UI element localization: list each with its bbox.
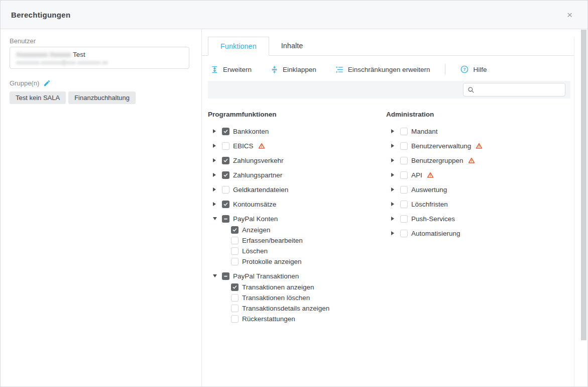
checkbox-indeterminate[interactable] xyxy=(222,272,229,280)
warning-triangle-icon xyxy=(476,143,483,149)
chevron-right-icon[interactable] xyxy=(213,187,218,191)
checkbox-unchecked[interactable] xyxy=(400,171,408,179)
checkbox-unchecked[interactable] xyxy=(231,294,239,302)
chevron-right-icon[interactable] xyxy=(391,158,396,162)
chevron-right-icon[interactable] xyxy=(213,129,218,133)
collapse-all-button[interactable]: Einklappen xyxy=(271,66,316,73)
expander-triangle xyxy=(391,231,394,235)
list-arrows-icon xyxy=(335,66,343,73)
tree-row: Protokolle anzeigen xyxy=(208,257,386,265)
checkbox-unchecked[interactable] xyxy=(231,247,239,255)
tree-item-label: API xyxy=(411,171,422,179)
tree-row: Geldkartendateien xyxy=(208,185,386,194)
toolbar-item-label: Einschränkungen erweitern xyxy=(348,66,430,73)
user-field-label: Benutzer xyxy=(10,37,192,45)
expander-triangle xyxy=(213,274,217,277)
chevron-right-icon[interactable] xyxy=(391,202,396,206)
chevron-right-icon[interactable] xyxy=(213,158,218,162)
checkbox-unchecked[interactable] xyxy=(400,201,408,208)
checkbox-unchecked[interactable] xyxy=(400,157,408,164)
tree-items: BankkontenEBICSZahlungsverkehrZahlungspa… xyxy=(208,127,386,323)
chevron-down-icon[interactable] xyxy=(213,274,218,277)
chevron-right-icon[interactable] xyxy=(391,217,396,221)
tree-item-label: Protokolle anzeigen xyxy=(242,258,302,265)
checkbox-checked[interactable] xyxy=(231,283,239,291)
tree-item-label: Transaktionen löschen xyxy=(242,294,310,302)
chevron-right-icon[interactable] xyxy=(391,187,396,191)
checkbox-unchecked[interactable] xyxy=(231,258,239,265)
checkbox-checked[interactable] xyxy=(222,201,229,208)
user-box: Xxxxxxxxx Xxxxxx Test xxxxxxxx.xxxxxxx@x… xyxy=(10,47,189,69)
toolbar-item-label: Einklappen xyxy=(283,66,316,73)
checkbox-checked[interactable] xyxy=(222,157,229,164)
expand-all-button[interactable]: Erweitern xyxy=(211,66,252,73)
tree-item-label: Benutzergruppen xyxy=(411,157,463,164)
warning-triangle-icon xyxy=(468,157,475,164)
expand-restrictions-button[interactable]: Einschränkungen erweitern xyxy=(335,66,430,73)
checkbox-unchecked[interactable] xyxy=(400,230,408,237)
tree-row: Transaktionen anzeigen xyxy=(208,283,386,291)
chevron-down-icon[interactable] xyxy=(213,217,218,220)
tree-item-label: Automatisierung xyxy=(411,230,460,237)
checkbox-unchecked[interactable] xyxy=(222,142,229,150)
tab-funktionen[interactable]: Funktionen xyxy=(208,37,269,56)
checkbox-unchecked[interactable] xyxy=(400,128,408,135)
dialog-title: Berechtigungen xyxy=(11,11,70,19)
edit-groups-pencil-icon[interactable] xyxy=(43,79,51,87)
chevron-right-icon[interactable] xyxy=(213,173,218,177)
tree-item-label: Bankkonten xyxy=(233,128,269,135)
chevron-right-icon[interactable] xyxy=(391,144,396,148)
tree-row: Push-Services xyxy=(386,215,574,223)
search-input[interactable] xyxy=(478,86,561,93)
checkbox-checked[interactable] xyxy=(231,226,239,234)
chevron-right-icon[interactable] xyxy=(213,144,218,148)
user-email: xxxxxxxx.xxxxxxx@xxx-xxxxxxxx.xx xyxy=(16,59,183,65)
vertical-scrollbar[interactable] xyxy=(581,30,586,384)
tab-bar: Funktionen Inhalte xyxy=(202,37,574,56)
collapse-vertical-icon xyxy=(271,66,278,73)
tree-item-label: PayPal Konten xyxy=(233,215,278,223)
tree-row: Benutzerverwaltung xyxy=(386,142,574,150)
checkbox-unchecked[interactable] xyxy=(222,186,229,194)
group-chip: Finanzbuchhaltung xyxy=(68,91,136,104)
chevron-right-icon[interactable] xyxy=(391,129,396,133)
chevron-right-icon[interactable] xyxy=(213,202,218,206)
checkbox-unchecked[interactable] xyxy=(400,215,408,223)
expander-triangle xyxy=(213,144,216,148)
expander-triangle xyxy=(391,202,394,206)
permissions-tree: Programmfunktionen BankkontenEBICSZahlun… xyxy=(208,111,574,329)
search-icon xyxy=(467,86,475,93)
tab-inhalte[interactable]: Inhalte xyxy=(269,37,315,55)
redacted-user-name: Xxxxxxxxx Xxxxxx xyxy=(16,51,71,58)
tree-row: Bankkonten xyxy=(208,127,386,135)
tree-item-label: Löschen xyxy=(242,247,268,255)
tree-row: Transaktionsdetails anzeigen xyxy=(208,304,386,312)
scrollbar-thumb[interactable] xyxy=(581,30,586,340)
tree-item-label: Rückerstattungen xyxy=(242,315,295,323)
checkbox-checked[interactable] xyxy=(222,171,229,179)
user-panel: Benutzer Xxxxxxxxx Xxxxxx Test xxxxxxxx.… xyxy=(1,29,202,386)
checkbox-indeterminate[interactable] xyxy=(222,215,229,223)
help-button[interactable]: ? Hilfe xyxy=(460,65,487,73)
checkbox-unchecked[interactable] xyxy=(400,142,408,150)
checkbox-unchecked[interactable] xyxy=(231,237,239,244)
checkbox-unchecked[interactable] xyxy=(231,305,239,312)
tree-row: PayPal Transaktionen xyxy=(208,272,386,280)
tree-item-label: PayPal Transaktionen xyxy=(233,272,299,280)
tree-item-label: Geldkartendateien xyxy=(233,186,288,194)
tree-item-label: EBICS xyxy=(233,142,254,150)
search-box[interactable] xyxy=(463,83,565,96)
expander-triangle xyxy=(391,173,394,177)
groups-label-row: Gruppe(n) xyxy=(10,79,192,87)
tree-row: Auswertung xyxy=(386,185,574,194)
checkbox-unchecked[interactable] xyxy=(231,315,239,323)
close-icon[interactable]: × xyxy=(564,9,575,21)
chevron-right-icon[interactable] xyxy=(391,173,396,177)
warning-triangle-icon xyxy=(427,172,434,178)
tree-item-label: Erfassen/bearbeiten xyxy=(242,237,303,244)
checkbox-unchecked[interactable] xyxy=(400,186,408,194)
tree-children-group: Transaktionen anzeigenTransaktionen lösc… xyxy=(208,283,386,323)
checkbox-checked[interactable] xyxy=(222,128,229,135)
chevron-right-icon[interactable] xyxy=(391,231,396,235)
expander-triangle xyxy=(213,158,216,162)
